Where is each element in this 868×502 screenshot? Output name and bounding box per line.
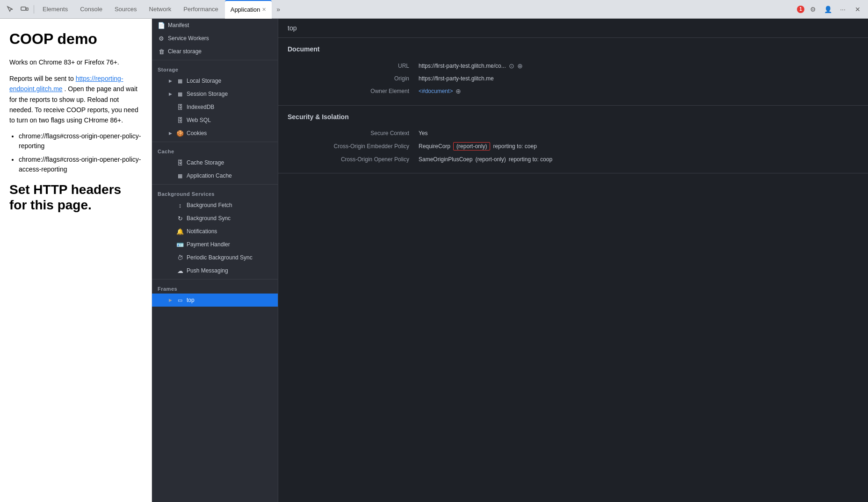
local-storage-icon: ▦ [176, 77, 184, 85]
page-heading2: Set HTTP headers for this page. [9, 182, 142, 213]
secure-context-label: Secure Context [288, 130, 419, 136]
sidebar-item-local-storage[interactable]: ▶ ▦ Local Storage [152, 74, 278, 87]
secure-context-field-row: Secure Context Yes [288, 127, 859, 139]
owner-element-link[interactable]: <#document> [419, 88, 453, 94]
sidebar-item-service-workers[interactable]: ⚙ Service Workers [152, 32, 278, 45]
settings-icon[interactable]: ⚙ [806, 3, 819, 16]
manifest-icon: 📄 [158, 22, 165, 29]
session-storage-icon: ▦ [176, 90, 184, 98]
tab-console[interactable]: Console [74, 0, 108, 19]
coep-field-row: Cross-Origin Embedder Policy RequireCorp… [288, 139, 859, 153]
tab-elements[interactable]: Elements [37, 0, 73, 19]
divider [152, 60, 278, 60]
sidebar-item-periodic-bg-sync[interactable]: ▶ ⏱ Periodic Background Sync [152, 251, 278, 264]
divider [152, 279, 278, 280]
coop-label: Cross-Origin Opener Policy [288, 156, 419, 163]
sidebar-item-cache-storage[interactable]: ▶ 🗄 Cache Storage [152, 156, 278, 169]
main-panel: top Document URL https://first-party-tes… [278, 19, 868, 502]
tab-sources[interactable]: Sources [109, 0, 143, 19]
url-label: URL [288, 63, 419, 69]
sidebar-item-indexeddb[interactable]: ▶ 🗄 IndexedDB [152, 100, 278, 114]
cache-section-label: Cache [152, 144, 278, 156]
document-section: Document URL https://first-party-test.gl… [278, 38, 868, 106]
cookies-icon: 🍪 [176, 129, 184, 137]
sidebar-item-background-fetch[interactable]: ▶ ↕ Background Fetch [152, 199, 278, 212]
expand-arrow-icon: ▶ [169, 79, 174, 83]
device-icon[interactable] [18, 3, 31, 16]
copy-url-icon[interactable]: ⊙ [509, 62, 514, 70]
close-devtools-button[interactable]: ✕ [851, 3, 864, 16]
frame-label: top [278, 19, 868, 38]
svg-rect-1 [26, 8, 28, 10]
coep-value: RequireCorp (report-only) reporting to: … [419, 142, 537, 151]
service-workers-icon: ⚙ [158, 35, 165, 42]
background-fetch-icon: ↕ [176, 201, 184, 209]
frame-icon: ▭ [176, 296, 184, 304]
expand-arrow-icon: ▶ [169, 298, 174, 302]
sidebar-item-payment-handler[interactable]: ▶ 🪪 Payment Handler [152, 238, 278, 251]
notifications-icon: 🔔 [176, 228, 184, 235]
profile-icon[interactable]: 👤 [821, 3, 834, 16]
coop-value: SameOriginPlusCoep (report-only) reporti… [419, 156, 552, 163]
frames-section-label: Frames [152, 281, 278, 294]
list-item: chrome://flags#cross-origin-opener-polic… [19, 155, 142, 174]
payment-handler-icon: 🪪 [176, 241, 184, 248]
flags-list: chrome://flags#cross-origin-opener-polic… [19, 131, 142, 174]
topbar: Elements Console Sources Network Perform… [0, 0, 868, 19]
sidebar-item-application-cache[interactable]: ▶ ▦ Application Cache [152, 169, 278, 182]
document-section-title: Document [288, 45, 859, 53]
tab-performance[interactable]: Performance [178, 0, 224, 19]
background-sync-icon: ↻ [176, 215, 184, 222]
expand-arrow-icon: ▶ [169, 131, 174, 136]
secure-context-value: Yes [419, 130, 428, 136]
separator [34, 5, 34, 14]
sidebar-item-top-frame[interactable]: ▶ ▭ top [152, 294, 278, 307]
main-area: COOP demo Works on Chrome 83+ or Firefox… [0, 19, 868, 502]
sidebar-item-notifications[interactable]: ▶ 🔔 Notifications [152, 225, 278, 238]
devtools-panel: 📄 Manifest ⚙ Service Workers 🗑 Clear sto… [152, 19, 868, 502]
cache-storage-icon: 🗄 [176, 159, 184, 166]
push-messaging-icon: ☁ [176, 267, 184, 274]
url-value: https://first-party-test.glitch.me/co...… [419, 62, 523, 70]
sidebar-item-background-sync[interactable]: ▶ ↻ Background Sync [152, 212, 278, 225]
divider [152, 184, 278, 185]
sidebar-item-cookies[interactable]: ▶ 🍪 Cookies [152, 127, 278, 140]
sidebar-item-manifest[interactable]: 📄 Manifest [152, 19, 278, 32]
origin-label: Origin [288, 75, 419, 82]
tab-close-icon[interactable]: ✕ [262, 7, 266, 13]
owner-element-value: <#document> ⊕ [419, 87, 461, 95]
owner-element-field-row: Owner Element <#document> ⊕ [288, 85, 859, 98]
error-count-badge: 1 [797, 6, 804, 13]
periodic-bg-sync-icon: ⏱ [176, 254, 184, 261]
storage-section-label: Storage [152, 62, 278, 74]
page-title: COOP demo [9, 30, 142, 48]
error-indicator[interactable]: 1 [797, 6, 804, 13]
more-options-icon[interactable]: ··· [836, 3, 849, 16]
open-url-icon[interactable]: ⊕ [517, 62, 523, 70]
tab-application[interactable]: Application ✕ [225, 0, 272, 19]
sidebar-item-push-messaging[interactable]: ▶ ☁ Push Messaging [152, 264, 278, 277]
origin-field-row: Origin https://first-party-test.glitch.m… [288, 72, 859, 85]
para2: Reports will be sent to https://reportin… [9, 73, 142, 126]
security-section-title: Security & Isolation [288, 113, 859, 121]
tab-network[interactable]: Network [144, 0, 177, 19]
svg-rect-0 [21, 7, 26, 10]
para1: Works on Chrome 83+ or Firefox 76+. [9, 57, 142, 67]
divider [152, 142, 278, 142]
owner-icon[interactable]: ⊕ [456, 87, 461, 95]
url-field-row: URL https://first-party-test.glitch.me/c… [288, 59, 859, 72]
indexeddb-icon: 🗄 [176, 103, 184, 111]
coop-field-row: Cross-Origin Opener Policy SameOriginPlu… [288, 153, 859, 165]
sidebar-item-session-storage[interactable]: ▶ ▦ Session Storage [152, 87, 278, 100]
coep-badge: (report-only) [453, 142, 490, 151]
security-section: Security & Isolation Secure Context Yes … [278, 106, 868, 173]
inspect-icon[interactable] [4, 3, 17, 16]
expand-arrow-icon: ▶ [169, 92, 174, 96]
page-content: COOP demo Works on Chrome 83+ or Firefox… [0, 19, 152, 502]
origin-value: https://first-party-test.glitch.me [419, 75, 494, 82]
application-cache-icon: ▦ [176, 172, 184, 179]
sidebar-item-clear-storage[interactable]: 🗑 Clear storage [152, 45, 278, 58]
owner-element-label: Owner Element [288, 88, 419, 94]
sidebar-item-web-sql[interactable]: ▶ 🗄 Web SQL [152, 114, 278, 127]
more-tabs-button[interactable]: » [273, 4, 284, 15]
